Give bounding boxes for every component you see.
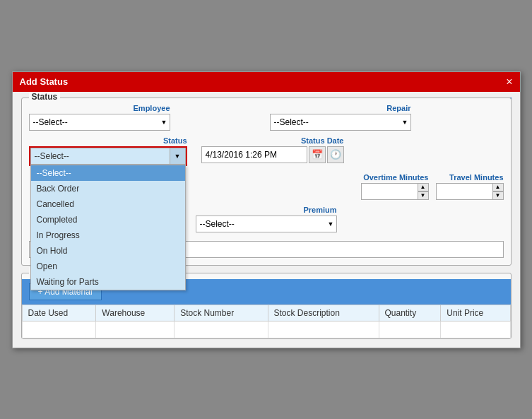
status-dropdown-wrapper: --Select-- ▼ --Select-- Back Order Cance… (29, 146, 187, 166)
status-date-label: Status Date (201, 136, 344, 145)
travel-group: Travel Minutes ▲ ▼ (436, 173, 504, 200)
close-button[interactable]: × (506, 76, 512, 88)
col-stock-number: Stock Number (175, 305, 268, 321)
cell-stock-number (175, 321, 268, 338)
materials-table: Date Used Warehouse Stock Number Stock D… (22, 305, 511, 338)
travel-spinner: ▲ ▼ (436, 183, 504, 200)
employee-select[interactable]: --Select-- (29, 114, 170, 131)
employee-select-wrapper: --Select-- (29, 114, 170, 131)
date-input-row: 📅 🕐 (201, 146, 344, 163)
dropdown-item-backorder[interactable]: Back Order (31, 181, 185, 196)
overtime-input[interactable] (361, 183, 418, 200)
overtime-label: Overtime Minutes (361, 173, 429, 182)
cell-date (22, 321, 96, 338)
clock-icon[interactable]: 🕐 (327, 146, 344, 163)
employee-repair-row: Employee --Select-- Repair --Select-- (29, 104, 504, 131)
col-date-used: Date Used (22, 305, 96, 321)
status-select-value: --Select-- (31, 149, 170, 163)
overtime-group: Overtime Minutes ▲ ▼ (361, 173, 429, 200)
col-quantity: Quantity (379, 305, 441, 321)
cell-warehouse (96, 321, 175, 338)
status-dropdown-container: --Select-- ▼ --Select-- Back Order Cance… (30, 148, 186, 165)
repair-select[interactable]: --Select-- (270, 114, 411, 131)
status-select-display[interactable]: --Select-- ▼ (30, 148, 186, 165)
dialog-title: Add Status (20, 76, 69, 87)
col-warehouse: Warehouse (96, 305, 175, 321)
employee-label: Employee (29, 104, 170, 112)
premium-select-wrapper: --Select-- (196, 216, 337, 232)
status-section-label: Status (29, 92, 61, 102)
premium-label: Premium (196, 206, 337, 214)
employee-group: Employee --Select-- (29, 104, 170, 131)
dropdown-item-inprogress[interactable]: In Progress (31, 228, 185, 243)
materials-table-header: Date Used Warehouse Stock Number Stock D… (22, 305, 510, 321)
status-date-group: Status Date 📅 🕐 (201, 136, 344, 163)
cell-quantity (379, 321, 441, 338)
dropdown-item-waitingparts[interactable]: Waiting for Parts (31, 274, 185, 290)
premium-group: Premium --Select-- (196, 206, 337, 232)
cell-stock-desc (268, 321, 379, 338)
status-group: Status --Select-- ▼ --Select-- Back Orde… (29, 136, 187, 166)
status-dropdown-arrow-icon: ▼ (170, 148, 185, 164)
overtime-down-button[interactable]: ▼ (418, 191, 429, 200)
cell-unit-price (441, 321, 510, 338)
travel-up-button[interactable]: ▲ (492, 183, 504, 191)
dialog-title-bar: Add Status × (13, 72, 520, 92)
travel-spinner-buttons: ▲ ▼ (492, 183, 504, 200)
dropdown-item-select[interactable]: --Select-- (31, 165, 185, 181)
overtime-up-button[interactable]: ▲ (418, 183, 429, 191)
status-dropdown-list: --Select-- Back Order Cancelled Complete… (30, 165, 186, 290)
status-date-row: Status --Select-- ▼ --Select-- Back Orde… (29, 136, 504, 166)
travel-input[interactable] (436, 183, 492, 200)
repair-select-wrapper: --Select-- (270, 114, 411, 131)
materials-header-row: Date Used Warehouse Stock Number Stock D… (22, 305, 510, 321)
travel-label: Travel Minutes (436, 173, 504, 182)
col-stock-description: Stock Description (268, 305, 379, 321)
status-date-input[interactable] (201, 146, 307, 163)
table-row (22, 321, 510, 338)
status-field-label: Status (29, 136, 187, 145)
materials-table-body (22, 321, 510, 338)
col-unit-price: Unit Price (441, 305, 510, 321)
travel-down-button[interactable]: ▼ (492, 191, 504, 200)
repair-group: Repair --Select-- (270, 104, 411, 131)
premium-select[interactable]: --Select-- (196, 216, 337, 232)
overtime-spinner: ▲ ▼ (361, 183, 429, 200)
dialog-body: 💾 Status Employee --Select-- Repair (13, 92, 520, 348)
dropdown-item-cancelled[interactable]: Cancelled (31, 196, 185, 212)
overtime-spinner-buttons: ▲ ▼ (418, 183, 429, 200)
dropdown-item-onhold[interactable]: On Hold (31, 243, 185, 259)
dropdown-item-completed[interactable]: Completed (31, 212, 185, 228)
add-status-dialog: Add Status × 💾 Status Employee --Select-… (12, 71, 521, 348)
calendar-icon[interactable]: 📅 (309, 146, 326, 163)
repair-label: Repair (270, 104, 411, 112)
dropdown-item-open[interactable]: Open (31, 259, 185, 274)
status-section: Status Employee --Select-- Repair (21, 98, 512, 266)
